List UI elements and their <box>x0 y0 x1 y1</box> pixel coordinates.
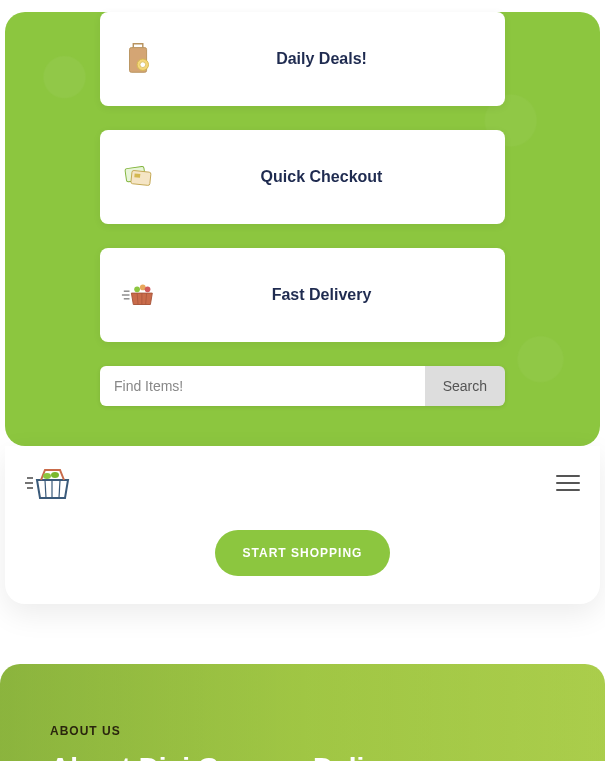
svg-point-2 <box>140 62 146 68</box>
feature-card-quick-checkout[interactable]: Quick Checkout <box>100 130 505 224</box>
menu-hamburger-icon[interactable] <box>556 475 580 491</box>
svg-point-21 <box>43 473 51 479</box>
svg-line-20 <box>59 480 60 498</box>
logo-basket-icon[interactable] <box>25 464 75 502</box>
feature-label-daily-deals: Daily Deals! <box>158 50 485 68</box>
about-eyebrow: ABOUT US <box>50 724 555 738</box>
svg-point-14 <box>145 286 151 292</box>
feature-card-fast-delivery[interactable]: Fast Delivery <box>100 248 505 342</box>
svg-point-22 <box>51 472 59 478</box>
header-bar: START SHOPPING <box>5 446 600 604</box>
feature-card-daily-deals[interactable]: Daily Deals! <box>100 12 505 106</box>
search-input[interactable] <box>100 366 425 406</box>
feature-label-fast-delivery: Fast Delivery <box>158 286 485 304</box>
svg-line-18 <box>45 480 46 498</box>
basket-delivery-icon <box>120 276 158 314</box>
about-title: About Divi Grocery Delivery <box>50 752 555 761</box>
search-button[interactable]: Search <box>425 366 505 406</box>
payment-cards-icon <box>120 158 158 196</box>
shopping-bag-icon <box>120 40 158 78</box>
search-form: Search <box>100 366 505 406</box>
svg-rect-4 <box>131 170 151 185</box>
feature-label-quick-checkout: Quick Checkout <box>158 168 485 186</box>
start-shopping-button[interactable]: START SHOPPING <box>215 530 391 576</box>
hero-features-section: Daily Deals! Quick Checkout <box>5 12 600 446</box>
cta-container: START SHOPPING <box>25 530 580 576</box>
about-section: ABOUT US About Divi Grocery Delivery <box>0 664 605 761</box>
svg-point-12 <box>134 286 140 292</box>
svg-rect-5 <box>134 173 140 177</box>
